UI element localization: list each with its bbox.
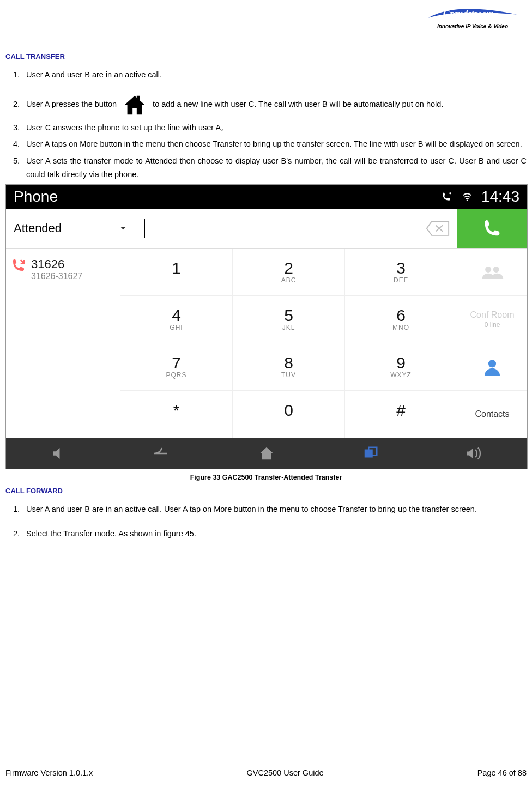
step-3: User C answers the phone to set up the l…: [22, 121, 527, 135]
phone-statusbar: Phone 14:43: [6, 185, 527, 209]
svg-point-6: [485, 267, 491, 273]
dialpad-key-2[interactable]: 2ABC: [233, 249, 345, 296]
nav-volume-down[interactable]: [6, 438, 110, 469]
contacts-icon-button[interactable]: [457, 343, 527, 391]
wifi-icon: [461, 191, 474, 202]
dialpad-key-9[interactable]: 9WXYZ: [345, 343, 457, 391]
dialpad-key-1[interactable]: 1: [120, 249, 233, 296]
nav-back[interactable]: [110, 438, 214, 469]
call-transfer-steps: User A and user B are in an active call.…: [5, 68, 527, 181]
call-number: 31626: [31, 257, 82, 271]
backspace-icon[interactable]: [426, 220, 450, 237]
nav-recent[interactable]: [319, 438, 423, 469]
dial-input[interactable]: [136, 209, 457, 248]
android-navbar: [6, 438, 527, 469]
conf-room-sub: 0 line: [485, 321, 500, 329]
brand-tagline: Innovative IP Voice & Video: [421, 23, 524, 29]
group-icon: [480, 264, 504, 280]
transfer-mode-dropdown[interactable]: Attended: [6, 209, 136, 248]
footer-title: GVC2500 User Guide: [247, 768, 324, 777]
dialpad-key-0[interactable]: 0: [233, 391, 345, 438]
call-forward-steps: User A and user B are in an active call.…: [5, 503, 527, 540]
svg-point-8: [488, 360, 496, 367]
home-icon: [122, 93, 147, 118]
call-range: 31626-31627: [31, 271, 82, 281]
page-footer: Firmware Version 1.0.1.x GVC2500 User Gu…: [5, 768, 527, 777]
step-2: User A presses the button to add a new l…: [22, 93, 527, 118]
fwd-step-1: User A and user B are in an active call.…: [22, 503, 527, 516]
svg-point-3: [467, 200, 468, 202]
phone-icon: [440, 191, 453, 202]
statusbar-time: 14:43: [481, 188, 519, 205]
call-list-item[interactable]: 31626 31626-31627: [10, 254, 116, 281]
nav-home[interactable]: [214, 438, 318, 469]
step-4: User A taps on More button in the menu t…: [22, 137, 527, 151]
call-list: 31626 31626-31627: [6, 249, 120, 438]
call-icon: [481, 217, 503, 239]
dialpad-key-7[interactable]: 7PQRS: [120, 343, 233, 391]
call-button[interactable]: [457, 209, 527, 248]
contacts-button[interactable]: Contacts: [457, 391, 527, 438]
dialpad-key-*[interactable]: *: [120, 391, 233, 438]
svg-point-7: [493, 267, 499, 273]
dialpad-key-5[interactable]: 5JKL: [233, 296, 345, 343]
dialpad-key-6[interactable]: 6MNO: [345, 296, 457, 343]
person-icon: [483, 358, 501, 376]
footer-page: Page 46 of 88: [477, 768, 527, 777]
contacts-label: Contacts: [475, 409, 509, 419]
dialpad-key-3[interactable]: 3DEF: [345, 249, 457, 296]
conf-room-button[interactable]: Conf Room 0 line: [457, 296, 527, 343]
step-1: User A and user B are in an active call.: [22, 68, 527, 82]
step-5: User A sets the transfer mode to Attende…: [22, 154, 527, 181]
conference-button[interactable]: [457, 249, 527, 296]
heading-call-transfer: CALL TRANSFER: [5, 52, 527, 60]
dropdown-arrow-icon: [118, 223, 128, 233]
transfer-mode-label: Attended: [14, 221, 62, 235]
heading-call-forward: CALL FORWARD: [5, 487, 527, 495]
svg-text:Grandstream: Grandstream: [443, 8, 494, 19]
dialpad: 12ABC3DEF4GHI5JKL6MNO7PQRS8TUV9WXYZ*0#: [120, 249, 457, 438]
footer-firmware: Firmware Version 1.0.1.x: [5, 768, 93, 777]
missed-call-icon: [10, 257, 27, 274]
nav-volume-up[interactable]: [423, 438, 527, 469]
conf-room-label: Conf Room: [470, 310, 515, 320]
figure-caption: Figure 33 GAC2500 Transfer-Attended Tran…: [5, 474, 527, 481]
input-cursor: [144, 219, 145, 238]
fwd-step-2: Select the Transfer mode. As shown in fi…: [22, 527, 527, 541]
statusbar-right: 14:43: [440, 188, 519, 205]
dialpad-key-4[interactable]: 4GHI: [120, 296, 233, 343]
statusbar-app-name: Phone: [14, 188, 58, 205]
figure-phone-transfer: Phone 14:43 Attended: [5, 184, 527, 469]
dialpad-key-#[interactable]: #: [345, 391, 457, 438]
dialpad-key-8[interactable]: 8TUV: [233, 343, 345, 391]
brand-logo: Grandstream Innovative IP Voice & Video: [421, 4, 524, 29]
